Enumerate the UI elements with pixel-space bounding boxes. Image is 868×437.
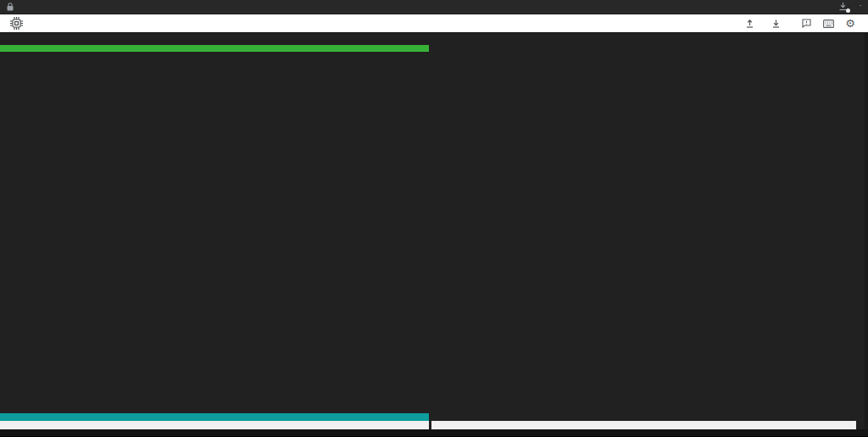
lock-icon[interactable] [7,3,14,11]
download-icon [772,20,780,28]
ssh-app-header: ⚙ [0,14,868,33]
htop-pane[interactable] [0,33,429,429]
window-bottom-strip [0,429,868,436]
ssh-chip-icon [10,17,23,30]
downloads-icon[interactable] [838,2,849,12]
left-pane-caption [0,421,429,429]
function-key-bar [0,413,429,421]
upload-file-button[interactable] [746,20,757,28]
browser-address-bar[interactable]: ˆ [0,0,868,14]
right-pane-caption [431,421,856,429]
window-right-edge [865,33,868,429]
nvidia-smi-output [431,33,868,421]
process-table-header[interactable] [0,45,429,52]
nvidia-smi-pane[interactable] [429,33,868,429]
process-list [0,52,429,413]
upload-icon [746,20,754,28]
keyboard-icon[interactable] [821,16,836,31]
download-badge [846,8,850,13]
download-file-button[interactable] [772,20,783,28]
settings-gear-icon[interactable]: ⚙ [843,16,858,31]
terminal-area [0,33,868,436]
feedback-icon[interactable] [798,16,814,31]
